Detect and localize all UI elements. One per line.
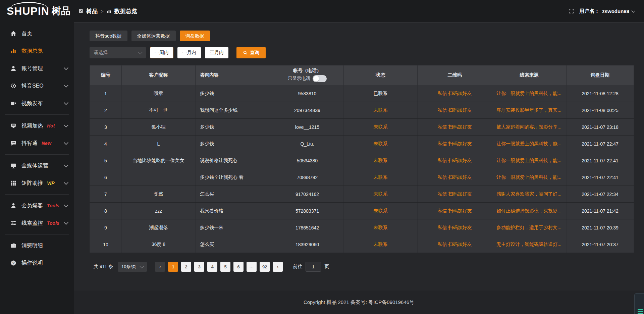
cell-nickname: 觉然: [122, 186, 196, 203]
source-link[interactable]: 让你一眼就爱上的黑科技，能...: [492, 169, 567, 186]
screen-heat-icon: [10, 122, 17, 129]
sidebar-item-media-ops[interactable]: 全媒体运营: [0, 157, 74, 174]
floating-widget[interactable]: [634, 293, 644, 314]
range-week-button[interactable]: 一周内: [150, 47, 173, 58]
cell-content: 怎么买: [196, 186, 271, 203]
chevron-down-icon: [64, 203, 68, 207]
goto-page-input[interactable]: [306, 262, 321, 272]
table-row: 6 多少钱？让我死心 看 70898792 未联系 私信 扫码加好友 让你一眼就…: [90, 169, 634, 186]
app-logo[interactable]: SHUPIN 树品: [0, 0, 74, 22]
table-row: 3 狐小狸 多少钱 love__1215 未联系 私信 扫码加好友 被大家追着问…: [90, 119, 634, 136]
logo-chinese: 树品: [52, 6, 70, 16]
page-button-5[interactable]: 5: [220, 262, 230, 272]
page-button-2[interactable]: 2: [181, 262, 191, 272]
qrcode-link[interactable]: 私信 扫码加好友: [418, 186, 492, 203]
fullscreen-icon[interactable]: [569, 8, 574, 14]
wallet-icon: [10, 242, 17, 249]
breadcrumb-root[interactable]: 树品: [86, 7, 98, 15]
page-button-6[interactable]: 6: [233, 262, 244, 272]
status-badge: 已联系: [344, 85, 418, 102]
sidebar-item-label: 视频发布: [21, 100, 43, 107]
gear-icon: [10, 83, 17, 89]
cell-no: 6: [90, 169, 122, 186]
chevron-down-icon: [138, 50, 143, 54]
cell-nickname: 潮起潮落: [122, 219, 196, 236]
sidebar-item-member-burst[interactable]: 会员爆客 Tools: [0, 197, 74, 214]
sidebar-item-account-mgmt[interactable]: 账号管理: [0, 60, 74, 77]
qrcode-link[interactable]: 私信 扫码加好友: [418, 169, 492, 186]
source-link[interactable]: 客厅安装投影半年多了，真实...: [492, 102, 567, 119]
next-page-button[interactable]: ›: [273, 262, 283, 272]
source-link[interactable]: 无主灯设计，智能磁吸轨道灯...: [492, 236, 567, 253]
sidebar-item-matrix-boost[interactable]: 矩阵助推 VIP: [0, 174, 74, 192]
qrcode-link[interactable]: 私信 扫码加好友: [418, 102, 492, 119]
account-select[interactable]: 请选择: [90, 47, 146, 58]
prev-page-button[interactable]: ‹: [155, 262, 165, 272]
range-month-button[interactable]: 一月内: [177, 47, 201, 58]
sidebar-item-data-overview[interactable]: 数据总览: [0, 42, 74, 60]
table-row: 10 36度 8 怎么买 183929060 未联系 私信 扫码加好友 无主灯设…: [90, 236, 634, 253]
chevron-down-icon: [64, 123, 68, 127]
cell-content: 怎么买: [196, 236, 271, 253]
cell-no: 9: [90, 219, 122, 236]
tools-badge: Tools: [47, 203, 59, 208]
qrcode-link[interactable]: 私信 扫码加好友: [418, 119, 492, 136]
page-button-1[interactable]: 1: [168, 262, 178, 272]
copyright-text: Copyright 树品 2021 备案号: 粤ICP备09019646号: [304, 299, 414, 306]
user-menu[interactable]: 用户名：zswodun88: [579, 8, 635, 14]
sidebar-item-label: 抖客通: [21, 140, 38, 147]
cell-account: 9583810: [271, 85, 344, 102]
cell-account: Q_Liu.: [271, 136, 344, 152]
tab-douyin-seo-data[interactable]: 抖音seo数据: [90, 31, 127, 41]
source-link[interactable]: 多功能护栏灯，适用于乡村文...: [492, 219, 567, 236]
qrcode-link[interactable]: 私信 扫码加好友: [418, 85, 492, 102]
page-button-3[interactable]: 3: [194, 262, 204, 272]
page-button-4[interactable]: 4: [207, 262, 217, 272]
page-button-92[interactable]: 92: [260, 262, 270, 272]
filter-bar: 请选择 一周内 一月内 三月内 查询: [90, 47, 634, 58]
tab-inquiry-data[interactable]: 询盘数据: [180, 31, 210, 41]
sidebar-item-douketong[interactable]: 抖客通 New: [0, 135, 74, 152]
qrcode-link[interactable]: 私信 扫码加好友: [418, 203, 492, 219]
source-link[interactable]: 让你一眼就爱上的黑科技，能...: [492, 136, 567, 152]
sidebar-item-home[interactable]: 首页: [0, 25, 74, 42]
page-size-select[interactable]: 10条/页: [118, 262, 147, 272]
phone-only-toggle[interactable]: [313, 75, 327, 82]
search-icon: [243, 50, 248, 55]
sidebar-item-lead-monitor[interactable]: 线索监控 Tools: [0, 214, 74, 232]
qrcode-link[interactable]: 私信 扫码加好友: [418, 136, 492, 152]
source-link[interactable]: 让你一眼就爱上的黑科技，能...: [492, 85, 567, 102]
sidebar-item-video-heat[interactable]: 视频加热 Hot: [0, 117, 74, 135]
table-row: 5 当地比较能吃的一位美女 说说价格让我死心 50534380 未联系 私信 扫…: [90, 152, 634, 169]
tools-badge: Tools: [47, 220, 59, 226]
qrcode-link[interactable]: 私信 扫码加好友: [418, 152, 492, 169]
status-badge: 未联系: [344, 236, 418, 253]
header-account-label: 帐号（电话）: [293, 68, 321, 73]
source-link[interactable]: 被大家追着问的客厅投影分享...: [492, 119, 567, 136]
sidebar-item-label: 消费明细: [21, 242, 43, 249]
table-row: 8 zzz 我只看价格 572803371 未联系 私信 扫码加好友 如何正确选…: [90, 203, 634, 219]
source-link[interactable]: 如何正确选择投影仪，买投影...: [492, 203, 567, 219]
query-button-label: 查询: [250, 50, 259, 56]
cell-date: 2021-11-07 20:37: [567, 236, 634, 253]
qrcode-link[interactable]: 私信 扫码加好友: [418, 236, 492, 253]
sidebar-item-spend-detail[interactable]: 消费明细: [0, 237, 74, 254]
hot-badge: Hot: [47, 123, 55, 128]
source-link[interactable]: 让你一眼就爱上的黑科技，能...: [492, 152, 567, 169]
header-date: 询盘日期: [567, 65, 634, 85]
range-quarter-button[interactable]: 三月内: [205, 47, 228, 58]
grid-matrix-icon: [10, 180, 17, 187]
cell-account: 2097344839: [271, 102, 344, 119]
source-link[interactable]: 感谢大家喜欢我家，被问了好...: [492, 186, 567, 203]
query-button[interactable]: 查询: [236, 47, 266, 58]
cell-nickname: L: [122, 136, 196, 152]
question-icon: ?: [10, 260, 17, 266]
tab-media-ops-data[interactable]: 全媒体运营数据: [131, 31, 176, 41]
cell-content: 多少钱一米: [196, 219, 271, 236]
sidebar-item-video-publish[interactable]: 视频发布: [0, 95, 74, 112]
sidebar-item-help[interactable]: ? 操作说明: [0, 254, 74, 272]
qrcode-link[interactable]: 私信 扫码加好友: [418, 219, 492, 236]
sidebar-item-douyin-seo[interactable]: 抖音SEO: [0, 77, 74, 95]
member-icon: [10, 202, 17, 209]
more-pages-button[interactable]: ···: [247, 262, 257, 272]
